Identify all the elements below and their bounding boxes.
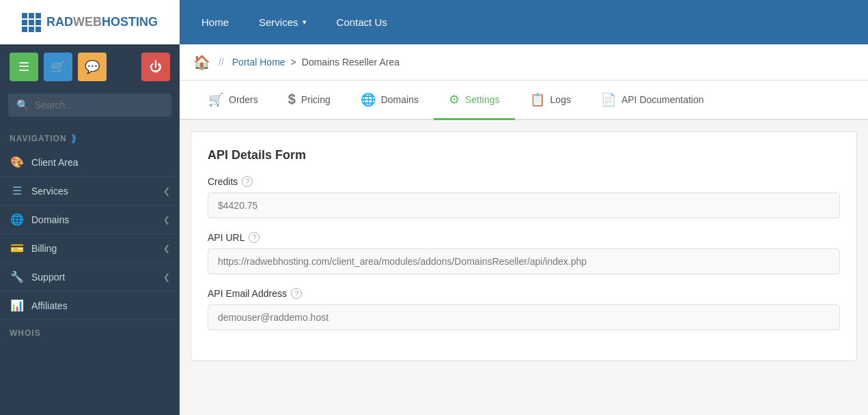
home-icon[interactable]: 🏠: [193, 54, 210, 70]
billing-icon: 💳: [10, 242, 25, 255]
whois-section-label: WHOIS: [0, 320, 180, 341]
api-url-label: API URL ?: [208, 232, 840, 243]
sidebar-item-affiliates-label: Affiliates: [31, 300, 170, 311]
tab-domains-label: Domains: [381, 94, 419, 105]
support-icon: 🔧: [10, 270, 25, 283]
api-docs-tab-icon: 📄: [601, 92, 616, 107]
credits-input[interactable]: [208, 192, 840, 218]
form-group-credits: Credits ?: [208, 176, 840, 218]
tab-settings-label: Settings: [465, 94, 500, 105]
orders-tab-icon: 🛒: [208, 92, 223, 107]
nav-services-chevron-icon: ▾: [303, 18, 307, 27]
domains-chevron-icon: ❮: [163, 215, 170, 225]
nav-services[interactable]: Services ▾: [244, 0, 322, 44]
services-chevron-icon: ❮: [163, 186, 170, 196]
logo-rad: RAD: [46, 15, 73, 29]
logo-grid-icon: [22, 13, 41, 32]
pricing-tab-icon: $: [288, 91, 296, 107]
api-url-label-text: API URL: [208, 232, 244, 243]
search-input[interactable]: [35, 100, 163, 111]
nav-links: Home Services ▾ Contact Us: [180, 0, 402, 44]
sidebar-item-support[interactable]: 🔧 Support ❮: [0, 263, 180, 291]
api-url-input[interactable]: [208, 248, 840, 274]
tab-api-docs[interactable]: 📄 API Documentation: [586, 81, 719, 120]
tab-domains[interactable]: 🌐 Domains: [346, 81, 434, 120]
sidebar-search-container: 🔍: [8, 94, 171, 117]
logo-web: WEB: [73, 15, 102, 29]
top-navbar: RADWEBHOSTING Home Services ▾ Contact Us: [0, 0, 868, 44]
cart-button[interactable]: 🛒: [44, 53, 72, 81]
sidebar-item-billing[interactable]: 💳 Billing ❮: [0, 234, 180, 263]
form-group-api-url: API URL ?: [208, 232, 840, 274]
nav-contact[interactable]: Contact Us: [322, 0, 402, 44]
billing-chevron-icon: ❮: [163, 244, 170, 253]
domains-tab-icon: 🌐: [361, 92, 376, 107]
sidebar-item-billing-label: Billing: [31, 243, 163, 254]
api-email-label: API Email Address ?: [208, 288, 840, 299]
power-button[interactable]: ⏻: [141, 53, 170, 81]
nav-home[interactable]: Home: [186, 0, 244, 44]
menu-button[interactable]: ☰: [10, 53, 38, 81]
sidebar-item-client-area-label: Client Area: [31, 157, 170, 168]
tab-orders-label: Orders: [229, 94, 258, 105]
chat-button[interactable]: 💬: [78, 53, 107, 81]
tab-api-docs-label: API Documentation: [621, 94, 704, 105]
tab-bar: 🛒 Orders $ Pricing 🌐 Domains ⚙ Settings …: [180, 81, 868, 120]
sidebar-item-services-label: Services: [31, 186, 163, 197]
sidebar-icon-buttons: ☰ 🛒 💬 ⏻: [0, 44, 180, 89]
sidebar: ☰ 🛒 💬 ⏻ 🔍 NAVIGATION ⟫ 🎨 Client Area ☰ S…: [0, 44, 180, 415]
api-email-label-text: API Email Address: [208, 288, 287, 299]
tab-logs-label: Logs: [550, 94, 571, 105]
domains-icon: 🌐: [10, 213, 25, 226]
settings-tab-icon: ⚙: [449, 92, 460, 107]
breadcrumb-arrow: >: [291, 57, 296, 68]
nav-services-label: Services: [259, 16, 298, 28]
tab-settings[interactable]: ⚙ Settings: [434, 81, 515, 120]
sidebar-item-services[interactable]: ☰ Services ❮: [0, 177, 180, 205]
support-chevron-icon: ❮: [163, 272, 170, 282]
navigation-chevron-icon: ⟫: [71, 133, 77, 144]
tab-orders[interactable]: 🛒 Orders: [193, 81, 273, 120]
api-details-form: API Details Form Credits ? API URL ?: [191, 131, 857, 361]
form-group-api-email: API Email Address ?: [208, 288, 840, 330]
logo-area: RADWEBHOSTING: [0, 0, 180, 44]
api-email-help-icon[interactable]: ?: [291, 288, 302, 299]
credits-label-text: Credits: [208, 176, 238, 187]
breadcrumb-current: Domains Reseller Area: [302, 57, 400, 68]
breadcrumb-separator: //: [219, 57, 224, 68]
logo-hosting: HOSTING: [102, 15, 158, 29]
credits-help-icon[interactable]: ?: [242, 176, 253, 187]
sidebar-item-client-area[interactable]: 🎨 Client Area: [0, 148, 180, 177]
sidebar-item-domains-label: Domains: [31, 214, 163, 225]
services-icon: ☰: [10, 184, 25, 197]
sidebar-item-domains[interactable]: 🌐 Domains ❮: [0, 205, 180, 234]
api-url-help-icon[interactable]: ?: [249, 232, 260, 243]
sidebar-item-affiliates[interactable]: 📊 Affiliates: [0, 291, 180, 320]
tab-pricing-label: Pricing: [301, 94, 331, 105]
logs-tab-icon: 📋: [530, 92, 545, 107]
logo-text: RADWEBHOSTING: [46, 15, 158, 29]
breadcrumb-portal-home[interactable]: Portal Home: [232, 57, 285, 68]
affiliates-icon: 📊: [10, 299, 25, 312]
search-icon: 🔍: [16, 99, 29, 111]
content-wrapper: ☰ 🛒 💬 ⏻ 🔍 NAVIGATION ⟫ 🎨 Client Area ☰ S…: [0, 44, 868, 415]
sidebar-item-support-label: Support: [31, 272, 163, 283]
client-area-icon: 🎨: [10, 156, 25, 169]
credits-label: Credits ?: [208, 176, 840, 187]
tab-pricing[interactable]: $ Pricing: [273, 81, 346, 120]
api-email-input[interactable]: [208, 304, 840, 330]
breadcrumb: 🏠 // Portal Home > Domains Reseller Area: [180, 44, 868, 81]
tab-logs[interactable]: 📋 Logs: [515, 81, 586, 120]
form-title: API Details Form: [208, 148, 840, 162]
main-content: 🏠 // Portal Home > Domains Reseller Area…: [180, 44, 868, 415]
navigation-label-text: NAVIGATION: [10, 134, 67, 143]
navigation-label: NAVIGATION ⟫: [0, 126, 180, 148]
